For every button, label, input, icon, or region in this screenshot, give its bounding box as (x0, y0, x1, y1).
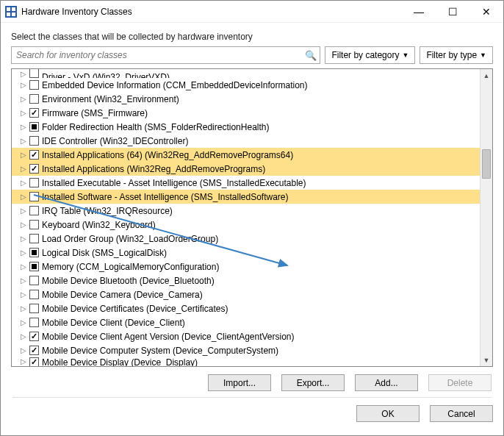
tree-row[interactable]: ▷Mobile Device Display (Device_Display) (12, 357, 480, 366)
ok-label: OK (381, 409, 394, 419)
tree-row-label: IRQ Table (Win32_IRQResource) (42, 206, 173, 216)
export-button[interactable]: Export... (281, 374, 345, 391)
checkbox[interactable] (29, 80, 39, 90)
expand-icon[interactable]: ▷ (19, 165, 28, 173)
tree-row[interactable]: ▷Mobile Device Client Agent Version (Dev… (12, 329, 480, 343)
tree-row[interactable]: ▷Driver - VxD (Win32_DriverVXD) (12, 69, 480, 78)
expand-icon[interactable]: ▷ (19, 357, 28, 365)
tree-row-label: Mobile Device Client (Device_Client) (42, 318, 185, 328)
checkbox[interactable] (29, 357, 39, 366)
tree-row-label: Mobile Device Computer System (Device_Co… (42, 346, 278, 356)
checkbox[interactable] (29, 220, 39, 229)
tree-row-label: Embedded Device Information (CCM_Embedde… (42, 80, 308, 90)
search-field-wrap[interactable]: 🔍 (11, 46, 320, 64)
app-icon (5, 6, 17, 18)
checkbox[interactable] (29, 122, 39, 132)
ok-button[interactable]: OK (356, 405, 420, 422)
tree-row-label: Installed Executable - Asset Intelligenc… (42, 178, 306, 188)
expand-icon[interactable]: ▷ (19, 81, 28, 89)
tree-row-label: Installed Applications (Win32Reg_AddRemo… (42, 164, 265, 174)
tree-row[interactable]: ▷Environment (Win32_Environment) (12, 92, 480, 106)
checkbox[interactable] (29, 136, 39, 146)
cancel-label: Cancel (447, 409, 475, 419)
expand-icon[interactable]: ▷ (19, 276, 28, 285)
expand-icon[interactable]: ▷ (19, 249, 28, 257)
tree-row[interactable]: ▷Mobile Device Bluetooth (Device_Bluetoo… (12, 274, 480, 287)
checkbox[interactable] (29, 69, 39, 78)
filter-by-type-button[interactable]: Filter by type ▼ (420, 46, 493, 64)
tree-row[interactable]: ▷Mobile Device Client (Device_Client) (12, 315, 480, 329)
expand-icon[interactable]: ▷ (19, 151, 28, 159)
tree-row[interactable]: ▷Memory (CCM_LogicalMemoryConfiguration) (12, 260, 480, 274)
maximize-button[interactable]: ☐ (436, 1, 469, 22)
cancel-button[interactable]: Cancel (430, 405, 493, 422)
expand-icon[interactable]: ▷ (19, 95, 28, 103)
tree-row[interactable]: ▷IDE Controller (Win32_IDEController) (12, 134, 480, 148)
checkbox[interactable] (29, 304, 39, 313)
checkbox[interactable] (29, 178, 39, 187)
scroll-down-arrow-icon[interactable]: ▼ (480, 354, 492, 366)
checkbox[interactable] (29, 164, 39, 174)
tree-row[interactable]: ▷Installed Executable - Asset Intelligen… (12, 176, 480, 190)
tree-row[interactable]: ▷IRQ Table (Win32_IRQResource) (12, 204, 480, 218)
svg-rect-2 (7, 12, 10, 16)
scroll-up-arrow-icon[interactable]: ▲ (480, 69, 492, 82)
checkbox[interactable] (29, 290, 39, 299)
vertical-scrollbar[interactable]: ▲ ▼ (480, 69, 492, 366)
checkbox[interactable] (29, 206, 39, 215)
tree-row[interactable]: ▷Keyboard (Win32_Keyboard) (12, 218, 480, 232)
tree-row[interactable]: ▷Embedded Device Information (CCM_Embedd… (12, 78, 480, 92)
close-button[interactable]: ✕ (469, 1, 503, 22)
checkbox[interactable] (29, 150, 39, 160)
scroll-track[interactable] (480, 82, 492, 354)
expand-icon[interactable]: ▷ (19, 346, 28, 354)
expand-icon[interactable]: ▷ (19, 123, 28, 131)
expand-icon[interactable]: ▷ (19, 137, 28, 145)
checkbox[interactable] (29, 332, 39, 341)
instruction-text: Select the classes that will be collecte… (11, 32, 493, 42)
checkbox[interactable] (29, 276, 39, 285)
tree-row-label: Firmware (SMS_Firmware) (42, 108, 148, 118)
filter-by-category-button[interactable]: Filter by category ▼ (325, 46, 415, 64)
expand-icon[interactable]: ▷ (19, 290, 28, 299)
tree-row[interactable]: ▷Load Order Group (Win32_LoadOrderGroup) (12, 232, 480, 246)
expand-icon[interactable]: ▷ (19, 304, 28, 312)
search-input[interactable] (12, 47, 320, 63)
checkbox[interactable] (29, 248, 39, 257)
expand-icon[interactable]: ▷ (19, 235, 28, 243)
expand-icon[interactable]: ▷ (19, 109, 28, 117)
checkbox[interactable] (29, 234, 39, 243)
checkbox[interactable] (29, 346, 39, 355)
expand-icon[interactable]: ▷ (19, 193, 28, 201)
expand-icon[interactable]: ▷ (19, 221, 28, 229)
import-button[interactable]: Import... (208, 374, 271, 391)
tree-row[interactable]: ▷Firmware (SMS_Firmware) (12, 106, 480, 120)
checkbox[interactable] (29, 108, 39, 118)
tree-row[interactable]: ▷Installed Software - Asset Intelligence… (12, 190, 480, 204)
tree-row-label: Environment (Win32_Environment) (42, 94, 179, 104)
expand-icon[interactable]: ▷ (19, 70, 28, 78)
tree-row[interactable]: ▷Mobile Device Computer System (Device_C… (12, 343, 480, 357)
expand-icon[interactable]: ▷ (19, 179, 28, 187)
tree-row[interactable]: ▷Folder Redirection Health (SMS_FolderRe… (12, 120, 480, 134)
expand-icon[interactable]: ▷ (19, 332, 28, 340)
checkbox[interactable] (29, 94, 39, 104)
tree-row[interactable]: ▷Installed Applications (Win32Reg_AddRem… (12, 162, 480, 176)
add-button[interactable]: Add... (355, 374, 418, 391)
window-controls: — ☐ ✕ (402, 1, 503, 22)
tree-row-label: Mobile Device Display (Device_Display) (42, 357, 198, 366)
expand-icon[interactable]: ▷ (19, 262, 28, 271)
class-tree-viewport[interactable]: ▷Driver - VxD (Win32_DriverVXD)▷Embedded… (12, 69, 480, 366)
tree-row[interactable]: ▷Mobile Device Camera (Device_Camera) (12, 287, 480, 301)
checkbox[interactable] (29, 192, 39, 201)
minimize-button[interactable]: — (402, 1, 436, 22)
class-tree: ▷Driver - VxD (Win32_DriverVXD)▷Embedded… (11, 68, 493, 367)
expand-icon[interactable]: ▷ (19, 318, 28, 326)
tree-row[interactable]: ▷Logical Disk (SMS_LogicalDisk) (12, 246, 480, 260)
expand-icon[interactable]: ▷ (19, 207, 28, 215)
tree-row[interactable]: ▷Mobile Device Certificates (Device_Cert… (12, 301, 480, 315)
scroll-thumb[interactable] (482, 149, 491, 179)
tree-row[interactable]: ▷Installed Applications (64) (Win32Reg_A… (12, 148, 480, 162)
checkbox[interactable] (29, 262, 39, 271)
checkbox[interactable] (29, 318, 39, 327)
